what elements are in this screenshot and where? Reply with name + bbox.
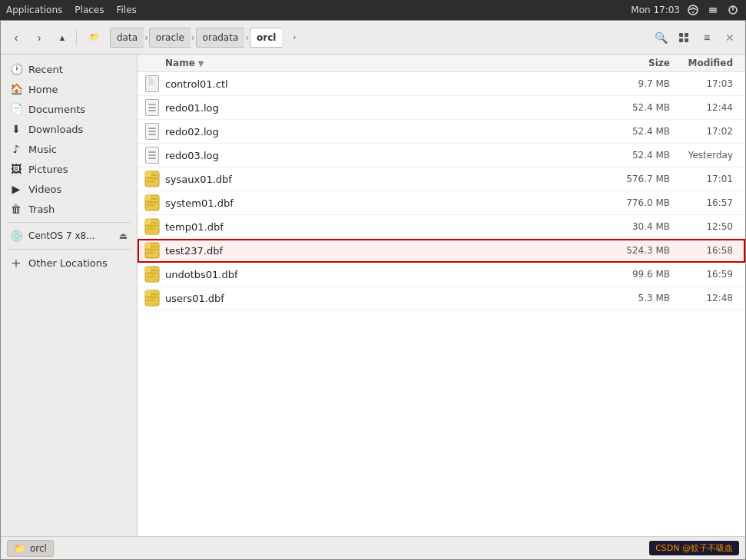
file-modified-cell: 12:48: [670, 293, 739, 303]
table-row[interactable]: system01.dbf 776.0 MB 16:57: [138, 191, 745, 215]
svg-rect-8: [679, 38, 683, 42]
power-icon[interactable]: [726, 3, 740, 17]
bc-expand-button[interactable]: ›: [283, 27, 305, 48]
bc-orcl[interactable]: orcl: [250, 28, 282, 48]
file-icon-cell: [144, 266, 161, 283]
sidebar-item-pictures[interactable]: 🖼 Pictures: [1, 159, 137, 179]
sidebar-label-pictures: Pictures: [28, 164, 68, 175]
topbar: Applications Places Files Mon 17:03: [0, 0, 746, 20]
file-modified-cell: 16:57: [670, 197, 739, 208]
file-name-cell: control01.ctl: [165, 78, 601, 90]
file-size-cell: 52.4 MB: [601, 150, 670, 161]
file-modified-cell: 17:02: [670, 126, 739, 137]
menu-button[interactable]: ≡: [696, 27, 718, 48]
sidebar-item-other-locations[interactable]: + Other Locations: [1, 253, 137, 273]
file-name-cell: undotbs01.dbf: [165, 269, 601, 280]
file-icon-cell: [144, 147, 161, 164]
pictures-icon: 🖼: [10, 163, 22, 175]
file-icon-cell: [144, 171, 161, 187]
file-size-cell: 576.7 MB: [601, 174, 670, 184]
statusbar-location: 📁 orcl: [7, 540, 54, 557]
file-size-cell: 30.4 MB: [601, 221, 670, 232]
table-row[interactable]: redo01.log 52.4 MB 12:44: [138, 96, 745, 120]
filelist-header: Name ▼ Size Modified: [138, 55, 745, 72]
svg-point-0: [688, 5, 698, 15]
applications-menu[interactable]: Applications: [6, 5, 62, 15]
sidebar-label-other: Other Locations: [28, 257, 108, 269]
statusbar: 📁 orcl CSDN @蚊子不吸血: [1, 536, 745, 559]
dbf-file-icon: [144, 242, 161, 259]
forward-button[interactable]: ›: [28, 27, 50, 48]
sidebar-item-documents[interactable]: 📄 Documents: [1, 99, 137, 119]
svg-rect-28: [147, 252, 154, 253]
col-size-header[interactable]: Size: [601, 58, 670, 68]
topbar-left: Applications Places Files: [6, 5, 137, 15]
bc-oracle[interactable]: oracle: [149, 28, 191, 48]
location-icon-button[interactable]: 📁: [84, 27, 105, 48]
file-icon-cell: [144, 99, 161, 116]
file-modified-cell: 17:03: [670, 78, 739, 89]
sidebar-label-centos: CentOS 7 x8...: [28, 230, 95, 241]
parent-folder-button[interactable]: ▲: [51, 27, 73, 48]
network-icon[interactable]: [686, 3, 700, 17]
col-modified-header[interactable]: Modified: [670, 58, 739, 68]
view-grid-button[interactable]: [673, 27, 695, 48]
downloads-icon: ⬇: [10, 123, 22, 135]
file-modified-cell: 16:59: [670, 269, 739, 280]
svg-rect-4: [709, 12, 717, 13]
bc-data[interactable]: data: [110, 28, 144, 48]
table-row[interactable]: sysaux01.dbf 576.7 MB 17:01: [138, 167, 745, 191]
sidebar-item-downloads[interactable]: ⬇ Downloads: [1, 119, 137, 139]
sidebar-item-home[interactable]: 🏠 Home: [1, 79, 137, 99]
svg-rect-23: [147, 228, 154, 230]
file-modified-cell: 12:50: [670, 221, 739, 232]
table-row[interactable]: undotbs01.dbf 99.6 MB 16:59: [138, 263, 745, 287]
music-icon: ♪: [10, 143, 22, 155]
sidebar-item-trash[interactable]: 🗑 Trash: [1, 199, 137, 219]
system-menu-icon[interactable]: [706, 3, 720, 17]
places-menu[interactable]: Places: [75, 5, 104, 15]
back-button[interactable]: ‹: [5, 27, 27, 48]
file-list: Name ▼ Size Modified control01.ctl 9.7 M…: [138, 55, 745, 536]
dbf-file-icon: [144, 194, 161, 211]
watermark: CSDN @蚊子不吸血: [649, 541, 739, 555]
file-size-cell: 524.3 MB: [601, 245, 670, 256]
file-modified-cell: 12:44: [670, 102, 739, 113]
statusbar-folder-icon: 📁: [14, 543, 25, 554]
sidebar-label-videos: Videos: [28, 184, 61, 195]
close-button[interactable]: ✕: [719, 27, 741, 48]
file-name-cell: users01.dbf: [165, 293, 601, 304]
col-name-header[interactable]: Name ▼: [165, 58, 601, 68]
svg-rect-6: [679, 33, 683, 37]
table-row[interactable]: redo03.log 52.4 MB Yesterday: [138, 144, 745, 167]
table-row[interactable]: test237.dbf 524.3 MB 16:58: [138, 239, 745, 263]
table-row[interactable]: redo02.log 52.4 MB 17:02: [138, 120, 745, 144]
files-menu[interactable]: Files: [116, 5, 136, 15]
file-name-cell: sysaux01.dbf: [165, 174, 601, 185]
svg-rect-39: [145, 290, 151, 297]
bc-oradata[interactable]: oradata: [196, 28, 245, 48]
svg-rect-3: [709, 10, 717, 12]
sidebar-item-videos[interactable]: ▶ Videos: [1, 179, 137, 199]
search-button[interactable]: 🔍: [650, 27, 671, 48]
svg-rect-2: [709, 8, 717, 9]
svg-rect-14: [145, 171, 151, 177]
file-icon-cell: [144, 290, 161, 307]
sort-arrow: ▼: [198, 59, 204, 68]
eject-icon[interactable]: ⏏: [119, 230, 128, 241]
dbf-file-icon: [144, 290, 161, 307]
sidebar-item-music[interactable]: ♪ Music: [1, 139, 137, 159]
sidebar-label-recent: Recent: [28, 64, 63, 75]
file-icon-cell: [144, 123, 161, 140]
table-row[interactable]: control01.ctl 9.7 MB 17:03: [138, 72, 745, 96]
svg-rect-32: [147, 273, 157, 274]
table-row[interactable]: users01.dbf 5.3 MB 12:48: [138, 287, 745, 310]
sidebar-item-recent[interactable]: 🕐 Recent: [1, 59, 137, 79]
table-row[interactable]: temp01.dbf 30.4 MB 12:50: [138, 215, 745, 239]
file-size-cell: 776.0 MB: [601, 197, 670, 208]
sidebar-label-downloads: Downloads: [28, 124, 83, 135]
toolbar-separator: [76, 30, 81, 45]
sidebar-item-centos[interactable]: 💿 CentOS 7 x8... ⏏: [1, 226, 137, 246]
svg-rect-33: [147, 276, 154, 277]
svg-rect-18: [147, 204, 154, 206]
